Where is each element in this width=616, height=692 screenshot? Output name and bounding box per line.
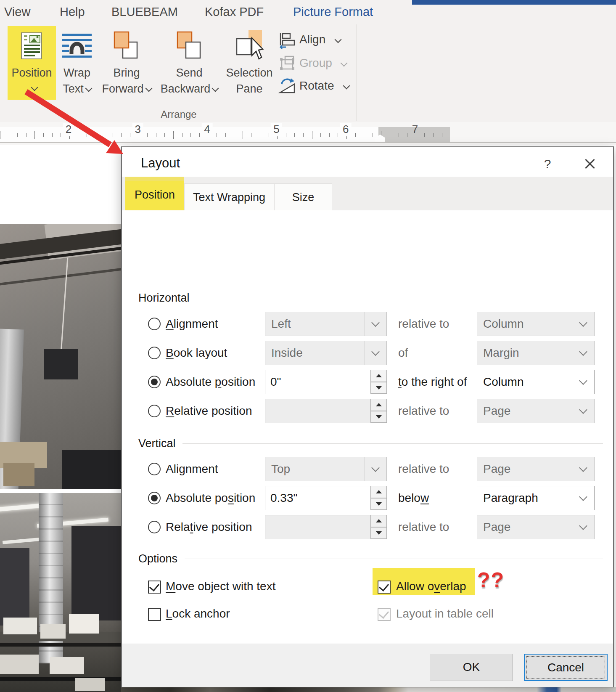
dialog-footer: OK Cancel	[122, 644, 613, 687]
chevron-down-icon	[371, 347, 380, 356]
position-button-label: Position	[8, 66, 56, 80]
dialog-title: Layout	[141, 156, 180, 171]
radio-h-relative-position-label: Relative position	[166, 399, 252, 423]
ruler-numbers: 234567	[0, 122, 450, 137]
selection-pane-icon	[236, 29, 264, 61]
chevron-down-icon	[579, 522, 587, 530]
checkbox-layout-in-table-cell[interactable]	[378, 608, 391, 621]
align-button[interactable]: Align	[279, 32, 346, 50]
tab-text-wrapping[interactable]: Text Wrapping	[184, 183, 274, 210]
radio-v-alignment[interactable]	[148, 463, 161, 475]
dialog-content: Horizontal Alignment Left relative to Co…	[122, 210, 613, 644]
spin-up-button[interactable]	[370, 515, 387, 527]
v-relative-relation-label: relative to	[398, 515, 449, 539]
radio-h-relative-position[interactable]	[148, 405, 161, 417]
v-alignment-relative-dropdown[interactable]: Page	[477, 457, 595, 481]
spin-down-button[interactable]	[370, 382, 387, 394]
chevron-down-icon	[579, 406, 587, 414]
v-absolute-relative-dropdown[interactable]: Paragraph	[477, 486, 595, 510]
cancel-button[interactable]: Cancel	[524, 654, 608, 681]
document-photo-strip-under-dialog	[121, 687, 616, 692]
tab-position[interactable]: Position	[125, 177, 184, 210]
word-window: View Help BLUEBEAM Kofax PDF Picture For…	[0, 0, 616, 692]
ribbon-group-label: Arrange	[126, 109, 231, 120]
selection-pane-button[interactable]: Selection Pane	[225, 26, 274, 102]
v-absolute-position-input[interactable]: 0.33"	[265, 486, 387, 510]
ruler-number: 7	[410, 123, 420, 136]
ribbon-tab-bluebeam[interactable]: BLUEBEAM	[111, 5, 178, 19]
align-icon	[279, 33, 296, 49]
radio-h-absolute-position[interactable]	[148, 376, 161, 388]
radio-h-alignment[interactable]	[148, 318, 161, 330]
section-label-options: Options	[138, 552, 177, 565]
h-relative-relative-dropdown[interactable]: Page	[477, 399, 595, 423]
radio-h-alignment-label: Alignment	[166, 312, 218, 336]
book-layout-relative-dropdown[interactable]: Margin	[477, 341, 595, 365]
checkbox-move-object-with-text[interactable]	[148, 581, 161, 594]
h-absolute-relative-dropdown[interactable]: Column	[477, 370, 595, 394]
chevron-down-icon	[31, 84, 38, 91]
group-button-label: Group	[299, 56, 332, 70]
spin-up-button[interactable]	[370, 486, 387, 498]
spin-down-button[interactable]	[370, 527, 387, 539]
dialog-close-button[interactable]	[579, 155, 599, 173]
wrap-text-label-1: Wrap	[58, 66, 96, 80]
checkbox-lock-anchor-label: Lock anchor	[166, 605, 230, 623]
radio-v-absolute-position[interactable]	[148, 492, 161, 504]
book-layout-dropdown[interactable]: Inside	[265, 341, 387, 365]
ruler-number: 4	[201, 123, 212, 136]
h-alignment-relative-dropdown[interactable]: Column	[477, 312, 595, 336]
document-photo-lab[interactable]	[0, 493, 121, 692]
group-icon	[279, 55, 296, 72]
send-backward-button[interactable]: Send Backward	[160, 26, 219, 102]
v-relative-position-input[interactable]	[265, 515, 387, 539]
chevron-down-icon	[341, 60, 348, 67]
tab-size[interactable]: Size	[274, 183, 332, 210]
bring-forward-button[interactable]: Bring Forward	[101, 26, 152, 102]
send-backward-label-1: Send	[160, 66, 219, 80]
v-relative-relative-dropdown[interactable]: Page	[477, 515, 595, 539]
chevron-down-icon	[579, 464, 587, 472]
h-absolute-relation-label: to the right of	[398, 370, 467, 394]
radio-v-alignment-label: Alignment	[166, 457, 218, 481]
spin-down-button[interactable]	[370, 498, 387, 510]
spin-up-button[interactable]	[370, 399, 387, 411]
ribbon-tab-picture-format[interactable]: Picture Format	[293, 5, 373, 19]
ruler-number: 6	[340, 123, 351, 136]
selection-pane-label-2: Pane	[222, 82, 276, 95]
ribbon-tab-kofax-pdf[interactable]: Kofax PDF	[205, 5, 264, 19]
h-relative-relation-label: relative to	[398, 399, 449, 423]
checkbox-allow-overlap[interactable]	[378, 581, 391, 594]
spin-down-button[interactable]	[370, 411, 387, 423]
section-rule	[182, 443, 603, 444]
chevron-down-icon	[343, 82, 350, 90]
document-photo-ceiling[interactable]	[0, 224, 121, 489]
checkbox-allow-overlap-label: Allow overlap	[396, 577, 466, 596]
align-button-label: Align	[299, 33, 325, 46]
checkbox-lock-anchor[interactable]	[148, 608, 161, 621]
question-marks-annotation: ??	[477, 567, 505, 593]
ribbon-tab-view[interactable]: View	[4, 5, 30, 19]
row-h-book-layout: Book layout Inside of Margin	[122, 341, 613, 365]
group-button[interactable]: Group	[279, 55, 346, 72]
dialog-help-button[interactable]: ?	[538, 155, 557, 173]
radio-book-layout[interactable]	[148, 347, 161, 359]
h-relative-position-input[interactable]	[265, 399, 387, 423]
h-alignment-dropdown[interactable]: Left	[265, 312, 387, 336]
rotate-button[interactable]: Rotate	[278, 77, 350, 95]
h-absolute-position-input[interactable]: 0"	[265, 370, 387, 394]
row-h-alignment: Alignment Left relative to Column	[122, 312, 613, 336]
ok-button[interactable]: OK	[430, 654, 513, 681]
chevron-down-icon	[85, 85, 92, 92]
ruler-number: 3	[132, 123, 143, 136]
spin-up-button[interactable]	[370, 370, 387, 382]
radio-v-relative-position[interactable]	[148, 521, 161, 533]
ribbon-tab-help[interactable]: Help	[60, 5, 85, 19]
ruler-number: 5	[271, 123, 282, 136]
v-alignment-dropdown[interactable]: Top	[265, 457, 387, 481]
row-v-absolute-position: Absolute position 0.33" below Paragraph	[122, 486, 613, 510]
position-button[interactable]: Position	[8, 26, 56, 100]
row-h-absolute-position: Absolute position 0" to the right of Col…	[122, 370, 613, 394]
wrap-text-button[interactable]: Wrap Text	[61, 26, 93, 102]
v-absolute-relation-label: below	[398, 486, 429, 510]
